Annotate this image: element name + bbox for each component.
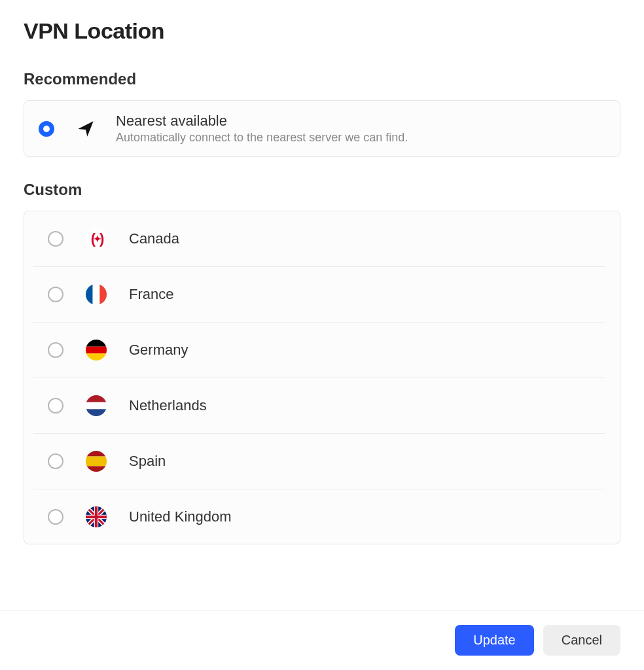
recommended-option-description: Automatically connect to the nearest ser…	[116, 131, 408, 145]
radio-unselected[interactable]	[48, 453, 63, 469]
recommended-section: Recommended Nearest available Automatica…	[24, 70, 620, 157]
svg-rect-6	[86, 395, 107, 402]
country-option-netherlands[interactable]: Netherlands	[33, 378, 605, 434]
custom-list: (✦) Canada France	[24, 211, 620, 544]
svg-rect-8	[86, 409, 107, 416]
country-label: Canada	[129, 230, 179, 247]
radio-unselected[interactable]	[48, 342, 63, 358]
svg-rect-16	[86, 516, 107, 518]
country-label: United Kingdom	[129, 508, 232, 525]
location-arrow-icon	[77, 120, 95, 138]
update-button[interactable]: Update	[455, 625, 534, 656]
svg-rect-7	[86, 402, 107, 410]
svg-rect-3	[86, 340, 107, 347]
country-option-germany[interactable]: Germany	[33, 323, 605, 378]
flag-netherlands-icon	[86, 395, 107, 416]
svg-rect-11	[86, 466, 107, 472]
custom-list-scroll[interactable]: (✦) Canada France	[24, 211, 620, 544]
country-option-canada[interactable]: (✦) Canada	[33, 211, 605, 267]
svg-rect-9	[86, 451, 107, 457]
flag-germany-icon	[86, 340, 107, 361]
country-label: Netherlands	[129, 397, 207, 414]
flag-uk-icon	[86, 506, 107, 527]
country-option-united-kingdom[interactable]: United Kingdom	[33, 489, 605, 544]
svg-rect-1	[93, 284, 100, 305]
country-option-spain[interactable]: Spain	[33, 434, 605, 489]
radio-unselected[interactable]	[48, 398, 63, 414]
radio-selected[interactable]	[39, 121, 54, 137]
flag-france-icon	[86, 284, 107, 305]
recommended-option-label: Nearest available	[116, 113, 408, 130]
flag-spain-icon	[86, 451, 107, 472]
country-label: Germany	[129, 342, 188, 359]
custom-heading: Custom	[24, 181, 620, 199]
svg-rect-2	[99, 284, 107, 305]
footer-actions: Update Cancel	[0, 610, 644, 670]
radio-unselected[interactable]	[48, 287, 63, 302]
country-label: France	[129, 286, 173, 303]
recommended-heading: Recommended	[24, 70, 620, 88]
country-label: Spain	[129, 453, 166, 470]
page-title: VPN Location	[24, 18, 620, 44]
recommended-option-nearest[interactable]: Nearest available Automatically connect …	[24, 101, 620, 156]
svg-rect-4	[86, 347, 107, 354]
radio-unselected[interactable]	[48, 231, 63, 247]
svg-rect-0	[86, 284, 93, 305]
radio-unselected[interactable]	[48, 509, 63, 525]
recommended-card: Nearest available Automatically connect …	[24, 100, 620, 157]
custom-section: Custom (✦) Canada	[24, 181, 620, 544]
country-option-france[interactable]: France	[33, 267, 605, 323]
svg-rect-5	[86, 353, 107, 361]
cancel-button[interactable]: Cancel	[543, 625, 620, 656]
flag-canada-icon: (✦)	[86, 228, 107, 249]
svg-rect-10	[86, 457, 107, 467]
